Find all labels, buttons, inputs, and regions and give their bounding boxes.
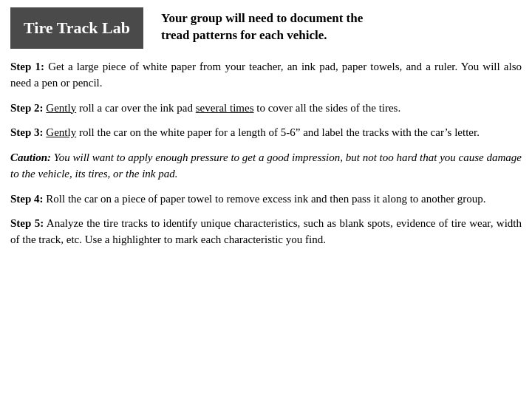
header-text: Your group will need to document the tre… <box>161 7 363 44</box>
step5-label: Step 5: <box>10 217 44 229</box>
step2-end: to cover all the sides of the tires. <box>254 102 401 114</box>
step1-label: Step 1: <box>10 61 44 72</box>
step1-text: Get a large piece of white paper from yo… <box>10 61 522 89</box>
caution-text: You will want to apply enough pressure t… <box>10 151 522 180</box>
step1-block: Step 1: Get a large piece of white paper… <box>10 59 522 92</box>
header-row: Tire Track Lab Your group will need to d… <box>10 7 522 49</box>
step2-gently: Gently <box>46 102 76 114</box>
subtitle-line1: Your group will need to document the <box>161 11 363 25</box>
caution-block: Caution: You will want to apply enough p… <box>10 150 522 183</box>
step3-text: roll the car on the white paper for a le… <box>76 126 480 138</box>
title-text: Tire Track Lab <box>24 18 130 38</box>
page-container: Tire Track Lab Your group will need to d… <box>0 0 532 399</box>
step2-several-times: several times <box>196 102 254 114</box>
step3-gently: Gently <box>46 126 76 138</box>
title-box: Tire Track Lab <box>10 7 143 49</box>
step3-label: Step 3: <box>10 126 44 138</box>
step4-block: Step 4: Roll the car on a piece of paper… <box>10 191 522 208</box>
step4-label: Step 4: <box>10 193 44 205</box>
step2-middle: roll a car over the ink pad <box>76 102 196 114</box>
step4-text: Roll the car on a piece of paper towel t… <box>44 193 486 205</box>
step5-text: Analyze the tire tracks to identify uniq… <box>10 217 522 245</box>
step2-block: Step 2: Gently roll a car over the ink p… <box>10 100 522 117</box>
subtitle-line2: tread patterns for each vehicle. <box>161 28 327 42</box>
caution-label: Caution: <box>10 151 51 163</box>
step2-label: Step 2: <box>10 102 44 114</box>
step5-block: Step 5: Analyze the tire tracks to ident… <box>10 216 522 248</box>
step3-block: Step 3: Gently roll the car on the white… <box>10 125 522 141</box>
